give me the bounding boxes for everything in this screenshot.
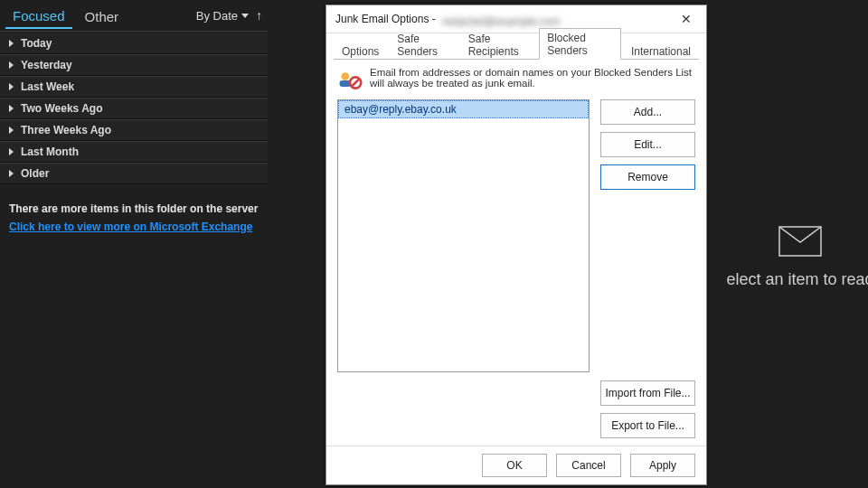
group-yesterday[interactable]: Yesterday	[0, 54, 268, 76]
message-list-pane: Focused Other By Date ↑ Today Yesterday …	[0, 0, 268, 488]
reading-pane-placeholder: elect an item to read	[705, 226, 868, 289]
apply-button[interactable]: Apply	[630, 454, 695, 477]
tab-safe-senders[interactable]: Safe Senders	[389, 29, 458, 60]
group-label: Two Weeks Ago	[21, 102, 102, 115]
list-and-buttons: ebay@reply.ebay.co.uk Add... Edit... Rem…	[337, 99, 695, 438]
svg-point-1	[341, 72, 349, 80]
sort-label: By Date	[196, 9, 238, 23]
chevron-right-icon	[9, 40, 14, 47]
tab-other[interactable]: Other	[78, 4, 127, 28]
tab-blocked-senders[interactable]: Blocked Senders	[539, 28, 621, 60]
app-root: Focused Other By Date ↑ Today Yesterday …	[0, 0, 868, 488]
group-two-weeks-ago[interactable]: Two Weeks Ago	[0, 98, 268, 119]
group-label: Last Month	[21, 145, 79, 158]
chevron-right-icon	[9, 105, 14, 112]
sort-by-button[interactable]: By Date	[196, 9, 249, 23]
dialog-title-account: redacted@example.com	[442, 15, 551, 24]
chevron-right-icon	[9, 83, 14, 90]
tab-safe-recipients[interactable]: Safe Recipients	[460, 29, 537, 60]
group-last-month[interactable]: Last Month	[0, 141, 268, 163]
envelope-icon	[778, 226, 822, 257]
cancel-button[interactable]: Cancel	[556, 454, 621, 477]
tab-international[interactable]: International	[623, 42, 699, 60]
tab-options[interactable]: Options	[334, 42, 387, 60]
group-label: Last Week	[21, 80, 74, 93]
group-label: Today	[21, 37, 52, 50]
tab-focused[interactable]: Focused	[5, 3, 72, 29]
svg-line-4	[352, 79, 360, 87]
chevron-right-icon	[9, 127, 14, 134]
import-button[interactable]: Import from File...	[600, 380, 695, 406]
group-label: Three Weeks Ago	[21, 124, 111, 136]
description-text: Email from addresses or domain names on …	[370, 67, 695, 92]
chevron-right-icon	[9, 148, 14, 155]
sort-direction-button[interactable]: ↑	[256, 8, 262, 23]
junk-email-options-dialog: Junk Email Options - redacted@example.co…	[326, 5, 707, 485]
add-button[interactable]: Add...	[600, 99, 695, 125]
edit-button[interactable]: Edit...	[600, 132, 695, 157]
chevron-right-icon	[9, 170, 14, 177]
chevron-down-icon	[241, 14, 249, 18]
close-button[interactable]: ✕	[675, 10, 697, 28]
dialog-bottom-buttons: OK Cancel Apply	[326, 446, 706, 484]
group-today[interactable]: Today	[0, 33, 268, 54]
reading-pane-text: elect an item to read	[705, 270, 868, 289]
group-label: Older	[21, 167, 49, 180]
inbox-tabs: Focused Other By Date ↑	[0, 0, 268, 32]
date-groups: Today Yesterday Last Week Two Weeks Ago …	[0, 33, 268, 184]
group-label: Yesterday	[21, 59, 72, 71]
export-button[interactable]: Export to File...	[600, 413, 695, 438]
group-three-weeks-ago[interactable]: Three Weeks Ago	[0, 119, 268, 141]
list-item[interactable]: ebay@reply.ebay.co.uk	[338, 100, 589, 118]
sort-controls: By Date ↑	[196, 8, 262, 23]
blocked-senders-list[interactable]: ebay@reply.ebay.co.uk	[337, 99, 590, 372]
group-last-week[interactable]: Last Week	[0, 76, 268, 98]
remove-button[interactable]: Remove	[600, 164, 695, 190]
dialog-tabs: Options Safe Senders Safe Recipients Blo…	[326, 37, 706, 59]
dialog-title: Junk Email Options - redacted@example.co…	[335, 13, 551, 25]
view-more-link[interactable]: Click here to view more on Microsoft Exc…	[9, 221, 259, 233]
blocked-senders-icon	[337, 67, 363, 92]
group-older[interactable]: Older	[0, 163, 268, 184]
side-buttons: Add... Edit... Remove Import from File..…	[600, 99, 695, 438]
chevron-right-icon	[9, 61, 14, 69]
more-items-note: There are more items in this folder on t…	[9, 202, 259, 215]
ok-button[interactable]: OK	[482, 454, 547, 477]
description-row: Email from addresses or domain names on …	[337, 67, 695, 92]
dialog-body: Email from addresses or domain names on …	[326, 60, 706, 446]
